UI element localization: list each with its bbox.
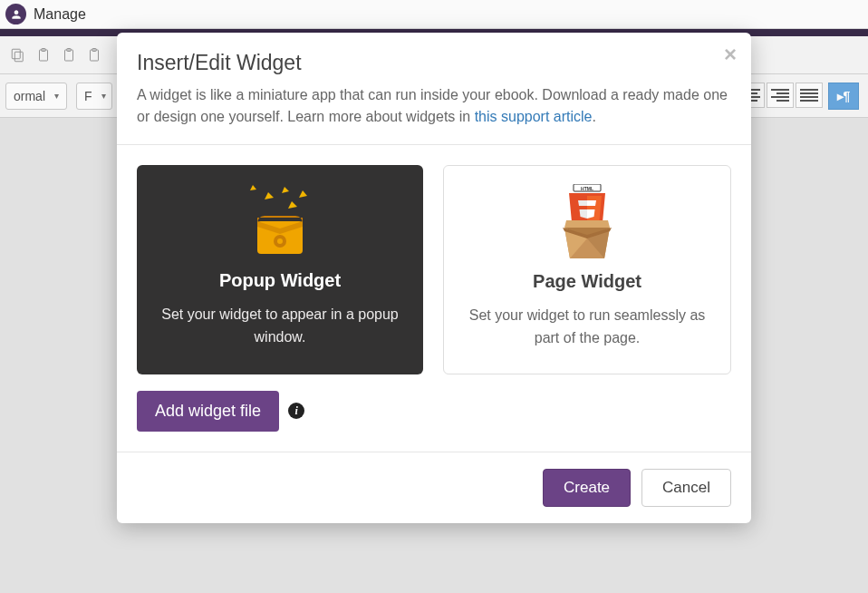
add-widget-row: Add widget file i xyxy=(137,391,731,432)
popup-widget-icon xyxy=(239,181,321,259)
modal-footer: Create Cancel xyxy=(117,452,751,523)
svg-marker-11 xyxy=(265,192,274,199)
modal-overlay: × Insert/Edit Widget A widget is like a … xyxy=(0,0,868,593)
svg-text:HTML: HTML xyxy=(581,186,593,191)
page-widget-desc: Set your widget to run seamlessly as par… xyxy=(460,305,714,350)
svg-marker-12 xyxy=(288,201,297,209)
modal-title: Insert/Edit Widget xyxy=(137,51,731,75)
page-widget-title: Page Widget xyxy=(533,271,641,292)
create-button[interactable]: Create xyxy=(543,469,631,507)
widget-options-row: Popup Widget Set your widget to appear i… xyxy=(137,165,731,374)
svg-marker-9 xyxy=(282,187,289,193)
page-widget-icon: HTML xyxy=(554,182,621,260)
svg-point-15 xyxy=(277,238,283,244)
svg-marker-22 xyxy=(563,220,612,228)
modal-description-text: A widget is like a miniature app that ca… xyxy=(137,87,728,124)
cancel-button[interactable]: Cancel xyxy=(641,469,731,507)
insert-widget-modal: × Insert/Edit Widget A widget is like a … xyxy=(117,33,751,523)
svg-marker-8 xyxy=(250,185,256,190)
modal-header: × Insert/Edit Widget A widget is like a … xyxy=(117,33,751,145)
modal-description: A widget is like a miniature app that ca… xyxy=(137,84,731,128)
support-article-link[interactable]: this support article xyxy=(475,109,593,124)
popup-widget-desc: Set your widget to appear in a popup win… xyxy=(153,304,407,349)
info-icon[interactable]: i xyxy=(288,403,304,419)
page-widget-card[interactable]: HTML xyxy=(443,165,731,374)
svg-marker-10 xyxy=(299,190,307,198)
popup-widget-title: Popup Widget xyxy=(219,270,341,291)
close-icon[interactable]: × xyxy=(724,44,737,65)
popup-widget-card[interactable]: Popup Widget Set your widget to appear i… xyxy=(137,165,423,374)
modal-description-after: . xyxy=(593,109,596,124)
add-widget-file-button[interactable]: Add widget file xyxy=(137,391,279,432)
modal-body: Popup Widget Set your widget to appear i… xyxy=(117,145,751,452)
